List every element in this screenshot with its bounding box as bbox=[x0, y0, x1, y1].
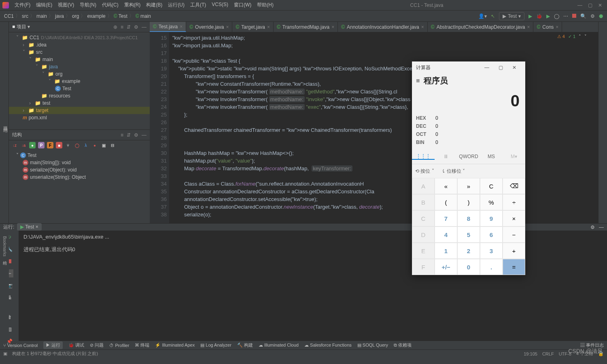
calc-key-%[interactable]: % bbox=[480, 194, 503, 210]
attach-icon[interactable]: ⋯ bbox=[563, 13, 568, 19]
close-tab-icon[interactable]: × bbox=[267, 24, 270, 30]
calc-tab[interactable]: MS bbox=[480, 154, 503, 159]
struct-tool[interactable]: F bbox=[47, 142, 53, 148]
calc-key-=[interactable]: = bbox=[503, 259, 525, 275]
menu-item[interactable]: 构建(B) bbox=[144, 1, 165, 9]
menu-item[interactable]: 运行(U) bbox=[166, 1, 187, 9]
structure-item[interactable]: m serialize(Object): void bbox=[9, 166, 150, 174]
hide-icon[interactable]: — bbox=[142, 24, 146, 30]
breadcrumb-item[interactable]: CC1 bbox=[4, 13, 14, 19]
caret-pos[interactable]: 19:105 bbox=[524, 351, 537, 356]
breadcrumb-item[interactable]: © Test bbox=[114, 13, 127, 19]
hamburger-icon[interactable]: ≡ bbox=[416, 77, 420, 85]
gear-icon[interactable]: ⚙ bbox=[134, 132, 138, 138]
status-icon[interactable]: ▣ bbox=[3, 351, 7, 356]
line-sep[interactable]: CRLF bbox=[542, 351, 554, 356]
calc-base-row[interactable]: OCT0 bbox=[416, 130, 521, 138]
breadcrumb-item[interactable]: main bbox=[36, 13, 47, 19]
struct-tool[interactable]: P bbox=[38, 142, 45, 148]
code-editor[interactable]: "kw">import java.util.HashMap; "kw">impo… bbox=[169, 32, 598, 223]
calc-key-([interactable]: ( bbox=[435, 194, 457, 210]
calc-key-B[interactable]: B bbox=[412, 194, 435, 210]
breadcrumb-item[interactable]: org bbox=[72, 13, 79, 19]
bottom-tool[interactable]: ⑂ Version Control bbox=[3, 343, 38, 348]
struct-tool[interactable]: ■ bbox=[56, 142, 62, 148]
tree-item[interactable]: 📁 resources bbox=[9, 92, 150, 99]
calc-key-⌫[interactable]: ⌫ bbox=[503, 178, 525, 194]
tree-item[interactable]: ˅📁 org bbox=[9, 70, 150, 78]
struct-tool[interactable]: ● bbox=[29, 142, 36, 148]
calc-key-+[interactable]: + bbox=[503, 243, 525, 259]
menu-item[interactable]: 视图(V) bbox=[55, 1, 76, 9]
calc-tab[interactable]: ⋮⋮⋮ bbox=[412, 153, 435, 160]
structure-item[interactable]: m unserialize(String): Object bbox=[9, 174, 150, 181]
structure-item[interactable]: ˅ C Test bbox=[9, 152, 150, 159]
calc-key-+/−[interactable]: +/− bbox=[435, 259, 457, 275]
editor-tab[interactable]: ©TransformedMap.java× bbox=[274, 22, 338, 32]
bottom-tool[interactable]: ☁ Salesforce Functions bbox=[304, 343, 352, 348]
menu-item[interactable]: 代码(C) bbox=[100, 1, 121, 9]
ok-count[interactable]: ✓ 1 bbox=[568, 34, 575, 39]
calc-key-D[interactable]: D bbox=[412, 226, 435, 243]
editor-tab[interactable]: ©AnnotationInvocationHandler.java× bbox=[338, 22, 428, 32]
calc-base-row[interactable]: DEC0 bbox=[416, 122, 521, 130]
tree-item[interactable]: ›📁 target bbox=[9, 107, 150, 114]
calc-key-A[interactable]: A bbox=[412, 178, 435, 194]
tree-item[interactable]: ›📁 test bbox=[9, 99, 150, 107]
stop-icon[interactable] bbox=[572, 13, 576, 19]
calc-key-«[interactable]: « bbox=[435, 178, 457, 194]
tree-item[interactable]: ˅📁 java bbox=[9, 63, 150, 70]
calc-key-÷[interactable]: ÷ bbox=[503, 194, 525, 210]
menu-item[interactable]: VCS(S) bbox=[209, 1, 231, 9]
chevron-up-icon[interactable]: ˄ bbox=[579, 34, 581, 39]
menu-item[interactable]: 导航(N) bbox=[77, 1, 99, 9]
editor-tab[interactable]: ©Override.java× bbox=[186, 22, 232, 32]
struct-tool[interactable]: λ bbox=[83, 142, 89, 148]
struct-tool[interactable]: ⊟ bbox=[109, 142, 116, 148]
close-tab-icon[interactable]: × bbox=[527, 24, 530, 30]
struct-tool[interactable]: ● bbox=[91, 142, 98, 148]
struct-tool[interactable]: ↓z bbox=[11, 142, 18, 148]
profile-icon[interactable]: ◯ bbox=[554, 13, 559, 19]
bottom-tool[interactable]: ⚡ Illuminated Apex bbox=[155, 343, 195, 348]
search-icon[interactable]: 🔍 bbox=[580, 13, 586, 19]
tree-item[interactable]: ˅📁 example bbox=[9, 78, 150, 85]
calc-key-»[interactable]: » bbox=[457, 178, 480, 194]
run-config-selector[interactable]: ▶ Test ▾ bbox=[499, 12, 524, 20]
minimize-icon[interactable]: — bbox=[577, 2, 582, 8]
close-tab-icon[interactable]: × bbox=[556, 24, 558, 30]
calc-tab[interactable]: M▾ bbox=[503, 154, 525, 159]
sort2-icon[interactable]: ⇵ bbox=[127, 132, 131, 138]
calc-tab[interactable]: QWORD bbox=[457, 154, 480, 159]
bookmarks-label[interactable]: Bookmarks 结构 bbox=[2, 236, 7, 258]
calc-key-5[interactable]: 5 bbox=[457, 226, 480, 243]
user-icon[interactable]: 👤▾ bbox=[478, 13, 487, 19]
struct-tool[interactable]: ↓a bbox=[20, 142, 27, 148]
menu-item[interactable]: 工具(T) bbox=[188, 1, 208, 9]
calc-subopt[interactable]: ⟲ 按位 ˅ bbox=[415, 168, 434, 175]
struct-tool[interactable]: ⑂ bbox=[65, 142, 71, 148]
expand-icon[interactable]: ≡ bbox=[121, 24, 123, 30]
calc-key-9[interactable]: 9 bbox=[480, 210, 503, 226]
debug-icon[interactable]: 🐞 bbox=[536, 13, 542, 19]
tree-item[interactable]: ˅📁 main bbox=[9, 56, 150, 63]
editor-tab[interactable]: ©AbstractInputCheckedMapDecorator.java× bbox=[428, 22, 534, 32]
calc-key-4[interactable]: 4 bbox=[435, 226, 457, 243]
bottom-tool[interactable]: ⧉ 依赖项 bbox=[394, 342, 412, 348]
bottom-tool[interactable]: ⌘ 终端 bbox=[135, 342, 149, 348]
bottom-tool[interactable]: ☁ Illuminated Cloud bbox=[259, 343, 299, 348]
editor-tab[interactable]: ©Test.java× bbox=[150, 22, 186, 32]
bottom-tool[interactable]: ▤ Log Analyzer bbox=[200, 343, 231, 348]
menu-item[interactable]: 窗口(W) bbox=[231, 1, 254, 9]
calc-key-C[interactable]: C bbox=[480, 178, 503, 194]
bottom-tool[interactable]: ▶ 运行 bbox=[43, 341, 63, 349]
calc-key-)[interactable]: ) bbox=[457, 194, 480, 210]
maximize-icon[interactable]: ▢ bbox=[588, 2, 592, 8]
calc-base-row[interactable]: BIN0 bbox=[416, 138, 521, 146]
calculator-window[interactable]: 计算器 — ▢ ✕ ≡ 程序员 0 HEX0DEC0OCT0BIN0 ⋮⋮⋮⁞⁞… bbox=[412, 61, 525, 275]
settings-icon[interactable]: ⚙ bbox=[590, 13, 595, 19]
run-tab[interactable]: ▶ Test × bbox=[17, 223, 42, 231]
bottom-tool[interactable]: 🐞 调试 bbox=[68, 342, 84, 348]
close-icon[interactable]: ✕ bbox=[598, 2, 602, 8]
breadcrumb-item[interactable]: example bbox=[87, 13, 105, 19]
